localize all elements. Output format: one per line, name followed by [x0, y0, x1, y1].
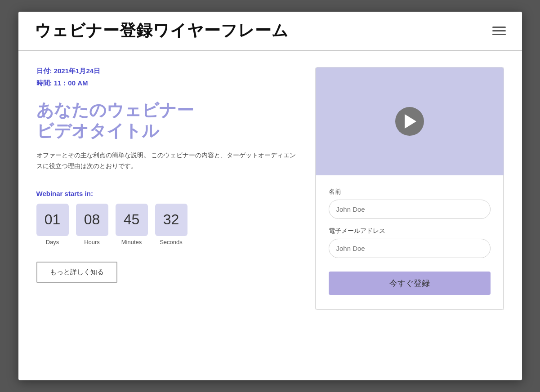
right-panel: 名前 電子メールアドレス 今すぐ登録 — [315, 67, 504, 310]
name-input[interactable] — [329, 200, 491, 219]
main-window: ウェビナー登録ワイヤーフレーム 日付: 2021年1月24日 時間: 11：00… — [18, 12, 522, 380]
video-wrapper: 名前 電子メールアドレス 今すぐ登録 — [315, 67, 504, 310]
play-button[interactable] — [395, 107, 424, 136]
page-title: ウェビナー登録ワイヤーフレーム — [35, 20, 289, 42]
countdown-minutes: 45 Minutes — [116, 204, 148, 245]
seconds-label: Seconds — [160, 239, 183, 245]
countdown-seconds: 32 Seconds — [155, 204, 187, 245]
play-icon — [405, 114, 416, 129]
starts-in-label: Webinar starts in: — [36, 190, 297, 197]
time-value: 11：00 AM — [54, 79, 88, 87]
date-label: 日付: — [36, 67, 52, 75]
learn-more-button[interactable]: もっと詳しく知る — [36, 262, 117, 283]
webinar-title: あなたのウェビナー ビデオタイトル — [36, 100, 297, 141]
registration-form: 名前 電子メールアドレス 今すぐ登録 — [316, 175, 504, 310]
hours-label: Hours — [84, 239, 100, 245]
seconds-box: 32 — [155, 204, 187, 236]
header: ウェビナー登録ワイヤーフレーム — [18, 12, 522, 51]
name-field-group: 名前 — [329, 188, 491, 219]
menu-icon[interactable] — [492, 27, 506, 35]
days-label: Days — [46, 239, 59, 245]
starts-in-text: Webinar starts in: — [36, 190, 93, 197]
minutes-box: 45 — [116, 204, 148, 236]
webinar-description: オファーとその主な利点の簡単な説明。 このウェビナーの内容と、ターゲットオーディ… — [36, 150, 297, 172]
register-button[interactable]: 今すぐ登録 — [329, 272, 491, 295]
name-label: 名前 — [329, 188, 491, 196]
countdown: 01 Days 08 Hours 45 Minutes 32 Seconds — [36, 204, 297, 245]
days-box: 01 — [36, 204, 69, 236]
hours-box: 08 — [76, 204, 108, 236]
email-input[interactable] — [329, 239, 491, 258]
time-row: 時間: 11：00 AM — [36, 79, 297, 88]
time-label: 時間: — [36, 79, 52, 87]
main-content: 日付: 2021年1月24日 時間: 11：00 AM あなたのウェビナー ビデ… — [18, 51, 522, 326]
date-row: 日付: 2021年1月24日 — [36, 67, 297, 76]
left-panel: 日付: 2021年1月24日 時間: 11：00 AM あなたのウェビナー ビデ… — [36, 67, 297, 310]
video-placeholder[interactable] — [316, 67, 504, 175]
minutes-label: Minutes — [121, 239, 142, 245]
meta-info: 日付: 2021年1月24日 時間: 11：00 AM — [36, 67, 297, 88]
email-field-group: 電子メールアドレス — [329, 227, 491, 258]
date-value: 2021年1月24日 — [54, 67, 100, 75]
email-label: 電子メールアドレス — [329, 227, 491, 235]
countdown-hours: 08 Hours — [76, 204, 108, 245]
countdown-days: 01 Days — [36, 204, 69, 245]
